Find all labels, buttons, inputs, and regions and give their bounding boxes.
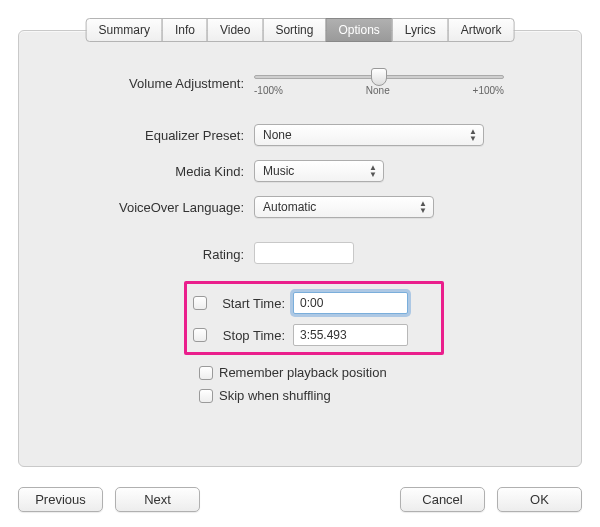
skip-shuffling-label: Skip when shuffling <box>219 388 331 403</box>
cancel-button[interactable]: Cancel <box>400 487 485 512</box>
ok-button[interactable]: OK <box>497 487 582 512</box>
media-kind-popup[interactable]: Music ▲▼ <box>254 160 384 182</box>
updown-arrows-icon: ▲▼ <box>369 164 377 178</box>
slider-mid-label: None <box>366 85 390 96</box>
equalizer-preset-value: None <box>263 128 292 142</box>
remember-playback-checkbox[interactable] <box>199 366 213 380</box>
bottom-bar: Previous Next Cancel OK <box>18 487 582 512</box>
tab-sorting[interactable]: Sorting <box>262 18 326 42</box>
slider-thumb-icon[interactable] <box>371 68 387 86</box>
updown-arrows-icon: ▲▼ <box>419 200 427 214</box>
volume-adjustment-label: Volume Adjustment: <box>49 76 254 91</box>
start-time-field[interactable]: 0:00 <box>293 292 408 314</box>
start-time-label: Start Time: <box>213 296 293 311</box>
next-button[interactable]: Next <box>115 487 200 512</box>
updown-arrows-icon: ▲▼ <box>469 128 477 142</box>
rating-label: Rating: <box>49 247 254 262</box>
voiceover-language-value: Automatic <box>263 200 316 214</box>
time-highlight: Start Time: 0:00 Stop Time: 3:55.493 <box>184 281 444 355</box>
voiceover-language-label: VoiceOver Language: <box>49 200 254 215</box>
remember-playback-label: Remember playback position <box>219 365 387 380</box>
tab-lyrics[interactable]: Lyrics <box>392 18 449 42</box>
tab-summary[interactable]: Summary <box>86 18 163 42</box>
tab-info[interactable]: Info <box>162 18 208 42</box>
stop-time-label: Stop Time: <box>213 328 293 343</box>
options-dialog: Summary Info Video Sorting Options Lyric… <box>0 0 600 527</box>
skip-shuffling-checkbox[interactable] <box>199 389 213 403</box>
rating-field[interactable] <box>254 242 354 264</box>
previous-button[interactable]: Previous <box>18 487 103 512</box>
media-kind-value: Music <box>263 164 294 178</box>
voiceover-language-popup[interactable]: Automatic ▲▼ <box>254 196 434 218</box>
tab-video[interactable]: Video <box>207 18 263 42</box>
media-kind-label: Media Kind: <box>49 164 254 179</box>
tab-bar: Summary Info Video Sorting Options Lyric… <box>86 18 515 42</box>
tab-options[interactable]: Options <box>325 18 392 42</box>
tab-artwork[interactable]: Artwork <box>448 18 515 42</box>
equalizer-preset-label: Equalizer Preset: <box>49 128 254 143</box>
volume-slider[interactable]: -100% None +100% <box>254 75 504 96</box>
stop-time-checkbox[interactable] <box>193 328 207 342</box>
equalizer-preset-popup[interactable]: None ▲▼ <box>254 124 484 146</box>
slider-max-label: +100% <box>473 85 504 96</box>
stop-time-field[interactable]: 3:55.493 <box>293 324 408 346</box>
options-panel: Volume Adjustment: -100% None +100% Equa… <box>18 30 582 467</box>
slider-min-label: -100% <box>254 85 283 96</box>
start-time-checkbox[interactable] <box>193 296 207 310</box>
